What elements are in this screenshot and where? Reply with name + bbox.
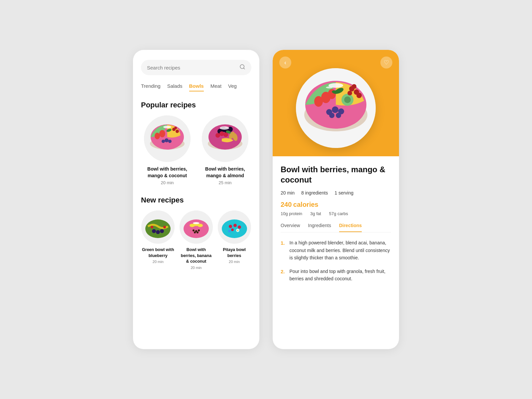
svg-point-35 <box>163 226 166 228</box>
step-1-text: In a high powered blender, blend acai, b… <box>290 239 391 261</box>
detail-meta: 20 min 8 ingredients 1 serving <box>281 190 391 196</box>
svg-point-8 <box>162 140 165 143</box>
svg-point-50 <box>233 224 237 227</box>
svg-point-31 <box>152 229 156 233</box>
new-recipe-3-name: Pitaya bowl berries <box>217 247 251 259</box>
detail-fat: 3g fat <box>310 211 321 216</box>
svg-point-71 <box>352 84 356 89</box>
tab-bowls[interactable]: Bowls <box>189 83 204 91</box>
new-recipe-2-image <box>180 210 213 244</box>
svg-point-22 <box>215 133 220 138</box>
svg-point-63 <box>344 96 351 103</box>
new-recipe-3-image <box>218 210 251 244</box>
favorite-button[interactable]: ♡ <box>380 57 392 68</box>
svg-point-67 <box>329 113 334 118</box>
tab-veg[interactable]: Veg <box>228 83 237 91</box>
left-panel: Trending Salads Bowls Meat Veg Popular r… <box>133 50 259 349</box>
tab-salads[interactable]: Salads <box>167 83 183 91</box>
svg-point-60 <box>314 96 323 107</box>
svg-point-55 <box>228 230 231 232</box>
tab-meat[interactable]: Meat <box>210 83 221 91</box>
direction-step-1: 1. In a high powered blender, blend acai… <box>281 239 391 261</box>
new-recipes-row: Green bowl with blueberry 20 min <box>141 210 251 270</box>
new-recipe-1-time: 20 min <box>141 260 175 264</box>
step-2-text: Pour into bowl and top with granola, fre… <box>290 268 391 283</box>
detail-carbs: 57g carbs <box>329 211 348 216</box>
tab-trending[interactable]: Trending <box>141 83 161 91</box>
svg-point-52 <box>231 228 234 231</box>
svg-point-40 <box>198 224 203 227</box>
search-icon <box>239 64 245 71</box>
detail-nutrition: 10g protein 3g fat 57g carbs <box>281 211 391 216</box>
detail-tabs: Overview Ingredients Directions <box>281 223 391 232</box>
svg-point-73 <box>347 91 352 95</box>
detail-recipe-image <box>296 68 376 148</box>
tab-directions[interactable]: Directions <box>339 223 362 232</box>
svg-point-46 <box>197 231 199 233</box>
new-recipe-3[interactable]: Pitaya bowl berries 20 min <box>217 210 251 270</box>
popular-recipes-row: Bowl with berries, mango & coconut 20 mi… <box>141 115 251 185</box>
svg-point-11 <box>176 130 179 133</box>
svg-point-75 <box>326 86 332 88</box>
svg-point-51 <box>238 225 241 229</box>
search-input[interactable] <box>147 65 239 70</box>
back-button[interactable]: ‹ <box>279 57 291 68</box>
svg-point-42 <box>193 229 195 231</box>
svg-point-34 <box>151 226 153 228</box>
svg-point-54 <box>237 230 238 231</box>
direction-step-2: 2. Pour into bowl and top with granola, … <box>281 268 391 283</box>
svg-point-30 <box>145 219 171 238</box>
popular-recipes-title: Popular recipes <box>141 101 251 109</box>
detail-calories-label: calories <box>293 201 319 208</box>
new-recipes-title: New recipes <box>141 196 251 204</box>
detail-calories: 240 calories <box>281 201 391 208</box>
svg-point-33 <box>160 229 164 233</box>
detail-title: Bowl with berries, mango & coconut <box>281 164 391 185</box>
svg-point-23 <box>219 131 224 136</box>
svg-point-9 <box>168 140 172 143</box>
detail-calories-number: 240 <box>281 201 292 208</box>
svg-point-12 <box>174 127 177 129</box>
step-2-number: 2. <box>281 268 285 283</box>
new-recipe-2-name: Bowl with berries, banana & coconut <box>179 247 213 265</box>
svg-point-13 <box>163 126 171 128</box>
svg-point-64 <box>332 106 338 113</box>
new-recipe-3-time: 20 min <box>217 260 251 264</box>
right-panel: ‹ ♡ <box>273 50 399 349</box>
detail-ingredients: 8 ingredients <box>301 190 328 196</box>
svg-point-72 <box>356 93 362 98</box>
step-1-number: 1. <box>281 239 285 261</box>
detail-time: 20 min <box>281 190 295 196</box>
svg-point-27 <box>220 126 229 130</box>
new-recipe-2-time: 20 min <box>179 266 213 270</box>
svg-point-24 <box>223 132 228 137</box>
svg-point-48 <box>222 219 247 238</box>
new-recipe-2[interactable]: Bowl with berries, banana & coconut 20 m… <box>179 210 213 270</box>
detail-protein: 10g protein <box>281 211 302 216</box>
svg-point-5 <box>159 130 165 137</box>
new-recipe-1-image <box>141 210 175 244</box>
detail-header: ‹ ♡ <box>273 50 399 156</box>
popular-recipe-2-image <box>202 115 248 162</box>
search-bar[interactable] <box>141 60 251 75</box>
svg-line-1 <box>243 68 244 69</box>
new-recipe-1-name: Green bowl with blueberry <box>141 247 175 259</box>
nav-tabs: Trending Salads Bowls Meat Veg <box>141 83 251 91</box>
svg-point-7 <box>165 138 169 142</box>
popular-recipe-1[interactable]: Bowl with berries, mango & coconut 20 mi… <box>141 115 194 185</box>
svg-point-49 <box>229 225 232 228</box>
tab-ingredients[interactable]: Ingredients <box>308 223 331 232</box>
popular-recipe-1-time: 20 min <box>141 180 194 185</box>
popular-recipe-2-name: Bowl with berries, mango & almond <box>199 166 251 179</box>
popular-recipe-2[interactable]: Bowl with berries, mango & almond 25 min <box>199 115 251 185</box>
detail-content: Bowl with berries, mango & coconut 20 mi… <box>273 156 399 282</box>
svg-point-45 <box>194 231 196 233</box>
popular-recipe-1-name: Bowl with berries, mango & coconut <box>141 166 194 179</box>
detail-serving: 1 serving <box>334 190 353 196</box>
new-recipe-1[interactable]: Green bowl with blueberry 20 min <box>141 210 175 270</box>
popular-recipe-2-time: 25 min <box>199 180 251 185</box>
tab-overview[interactable]: Overview <box>281 223 300 232</box>
popular-recipe-1-image <box>144 115 191 162</box>
svg-point-41 <box>193 222 200 224</box>
svg-point-44 <box>198 229 200 231</box>
